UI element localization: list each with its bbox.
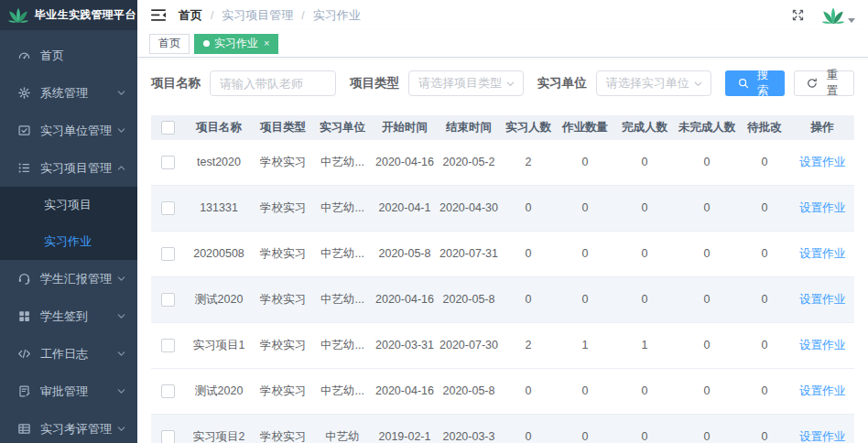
sidebar-item-label: 首页: [40, 48, 126, 64]
sidebar-item[interactable]: 实习项目管理: [0, 149, 137, 187]
cell-pending: 0: [739, 369, 790, 415]
sidebar-item[interactable]: 学生签到: [0, 297, 137, 335]
gear-icon: [16, 86, 31, 101]
column-header: 结束时间: [437, 115, 501, 140]
refresh-icon: [807, 78, 818, 89]
cell-completed: 0: [614, 140, 675, 186]
sidebar-item[interactable]: 工作日志: [0, 335, 137, 373]
column-header: 项目名称: [184, 115, 254, 140]
reset-button[interactable]: 重置: [794, 70, 854, 96]
sidebar-item-label: 实习单位管理: [40, 123, 116, 139]
cell-name: 实习项目2: [184, 415, 254, 443]
row-checkbox[interactable]: [161, 293, 175, 307]
table-grid-icon: [16, 422, 31, 437]
plant-logo-icon: [7, 6, 29, 24]
sidebar-item-label: 学生汇报管理: [40, 271, 116, 287]
cell-action: 设置作业: [790, 140, 854, 186]
row-checkbox[interactable]: [161, 339, 175, 352]
cell-assignments: 1: [556, 323, 614, 369]
hamburger-icon[interactable]: [151, 8, 166, 22]
search-button[interactable]: 搜索: [725, 70, 786, 96]
select-all-checkbox[interactable]: [161, 121, 175, 135]
project-type-select[interactable]: 请选择项目类型: [408, 70, 524, 96]
set-assignment-link[interactable]: 设置作业: [799, 339, 845, 351]
tab-close-icon[interactable]: ×: [264, 38, 269, 49]
sidebar-subitem[interactable]: 实习项目: [0, 187, 137, 223]
set-assignment-link[interactable]: 设置作业: [799, 293, 845, 306]
breadcrumb-home[interactable]: 首页: [179, 7, 202, 24]
cell-action: 设置作业: [790, 323, 854, 369]
tab-internship-assignment[interactable]: 实习作业 ×: [194, 34, 278, 54]
internship-unit-select[interactable]: 请选择实习单位: [596, 70, 711, 96]
assignments-table: 项目名称项目类型实习单位开始时间结束时间实习人数作业数量完成人数未完成人数待批改…: [151, 115, 854, 443]
cell-completed: 0: [614, 415, 675, 443]
set-assignment-link[interactable]: 设置作业: [799, 156, 845, 168]
sidebar-item[interactable]: 实习单位管理: [0, 112, 137, 149]
cell-assignments: 0: [556, 140, 614, 186]
sidebar-item[interactable]: 系统管理: [0, 74, 137, 112]
row-checkbox-cell: [151, 140, 184, 186]
sidebar-item[interactable]: 首页: [0, 37, 137, 74]
active-tab-dot-icon: [203, 40, 210, 47]
project-name-label: 项目名称: [151, 75, 201, 92]
user-avatar[interactable]: [821, 6, 855, 25]
cell-interns: 0: [501, 186, 556, 232]
table-row: 20200508学校实习中艺幼...2020-05-82020-07-31000…: [151, 232, 854, 277]
set-assignment-link[interactable]: 设置作业: [799, 384, 845, 397]
page-content: 项目名称 项目类型 请选择项目类型 实习单位 请选择实习单位: [137, 58, 868, 443]
row-checkbox[interactable]: [161, 384, 175, 398]
cell-end: 2020-03-3: [437, 415, 501, 443]
row-checkbox[interactable]: [161, 201, 175, 215]
row-checkbox[interactable]: [161, 247, 175, 261]
cell-action: 设置作业: [790, 277, 854, 323]
cell-completed: 0: [614, 277, 675, 323]
chevron-down-icon: [116, 424, 126, 434]
cell-type: 学校实习: [254, 232, 312, 277]
cell-interns: 2: [501, 140, 556, 186]
set-assignment-link[interactable]: 设置作业: [799, 247, 845, 260]
fullscreen-icon[interactable]: [791, 8, 805, 22]
cell-end: 2020-05-8: [437, 277, 501, 323]
sidebar-item-label: 实习考评管理: [40, 421, 116, 438]
row-checkbox[interactable]: [161, 156, 175, 169]
row-checkbox[interactable]: [161, 430, 175, 443]
cell-start: 2020-03-31: [373, 323, 437, 369]
set-assignment-link[interactable]: 设置作业: [799, 201, 845, 214]
sidebar-item[interactable]: 学生汇报管理: [0, 260, 137, 297]
cell-assignments: 0: [556, 369, 614, 415]
cell-start: 2020-04-16: [373, 140, 437, 186]
select-all-cell: [151, 115, 184, 140]
cell-type: 学校实习: [254, 277, 312, 323]
cell-completed: 0: [614, 369, 675, 415]
cell-interns: 0: [501, 277, 556, 323]
tabbar: 首页 实习作业 ×: [137, 30, 868, 58]
tab-home[interactable]: 首页: [149, 34, 190, 54]
sidebar-item[interactable]: 审批管理: [0, 373, 137, 410]
project-name-input[interactable]: [210, 70, 336, 96]
app-title: 毕业生实践管理平台: [35, 7, 136, 23]
cell-type: 学校实习: [254, 186, 312, 232]
breadcrumb-project-mgmt[interactable]: 实习项目管理: [222, 7, 293, 24]
sidebar-item[interactable]: 实习考评管理: [0, 410, 137, 443]
cell-pending: 0: [739, 186, 790, 232]
cell-pending: 0: [739, 415, 790, 443]
column-header: 项目类型: [254, 115, 312, 140]
cell-uncompleted: 0: [675, 277, 739, 323]
cell-type: 学校实习: [254, 140, 312, 186]
sidebar-item-label: 审批管理: [40, 384, 116, 400]
set-assignment-link[interactable]: 设置作业: [799, 430, 845, 443]
sidebar-subitem[interactable]: 实习作业: [0, 223, 137, 260]
cell-unit: 中艺幼...: [312, 369, 373, 415]
row-checkbox-cell: [151, 277, 184, 323]
breadcrumb-current: 实习作业: [313, 7, 361, 24]
cell-uncompleted: 0: [675, 186, 739, 232]
internship-unit-label: 实习单位: [537, 75, 587, 92]
document-edit-icon: [16, 384, 31, 399]
cell-assignments: 0: [556, 186, 614, 232]
cell-start: 2020-04-16: [373, 369, 437, 415]
cell-name: 实习项目1: [184, 323, 254, 369]
avatar-plant-icon: [821, 6, 845, 25]
project-type-label: 项目类型: [350, 75, 399, 92]
sidebar-item-label: 实习项目管理: [40, 160, 116, 177]
column-header: 操作: [790, 115, 854, 140]
